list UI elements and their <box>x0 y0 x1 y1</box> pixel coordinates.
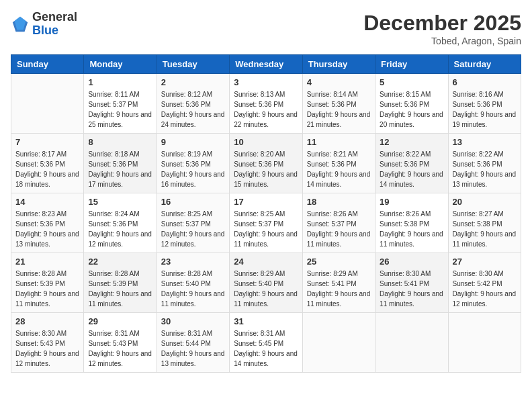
day-cell: 24Sunrise: 8:29 AMSunset: 5:40 PMDayligh… <box>230 253 302 313</box>
day-cell: 12Sunrise: 8:22 AMSunset: 5:36 PMDayligh… <box>375 134 448 193</box>
day-number: 28 <box>15 316 79 326</box>
day-cell: 2Sunrise: 8:12 AMSunset: 5:36 PMDaylight… <box>157 74 229 134</box>
day-cell: 16Sunrise: 8:25 AMSunset: 5:37 PMDayligh… <box>157 193 229 253</box>
day-cell: 7Sunrise: 8:17 AMSunset: 5:36 PMDaylight… <box>11 134 84 193</box>
day-info: Sunrise: 8:29 AMSunset: 5:41 PMDaylight:… <box>307 269 371 309</box>
logo-general-text: General <box>32 11 77 24</box>
day-number: 8 <box>88 137 152 147</box>
logo: General Blue <box>11 11 77 38</box>
col-header-wednesday: Wednesday <box>230 55 302 74</box>
day-number: 11 <box>307 137 371 147</box>
day-number: 1 <box>88 77 152 87</box>
day-cell <box>11 74 84 134</box>
day-cell: 23Sunrise: 8:28 AMSunset: 5:40 PMDayligh… <box>157 253 229 313</box>
day-number: 16 <box>161 197 225 207</box>
day-info: Sunrise: 8:31 AMSunset: 5:45 PMDaylight:… <box>234 328 298 369</box>
day-info: Sunrise: 8:27 AMSunset: 5:38 PMDaylight:… <box>453 209 517 249</box>
week-row-1: 1Sunrise: 8:11 AMSunset: 5:37 PMDaylight… <box>11 74 521 134</box>
day-number: 29 <box>88 316 152 326</box>
day-cell: 10Sunrise: 8:20 AMSunset: 5:36 PMDayligh… <box>230 134 302 193</box>
page-header: General Blue December 2025 Tobed, Aragon… <box>11 11 521 46</box>
day-info: Sunrise: 8:17 AMSunset: 5:36 PMDaylight:… <box>15 149 79 189</box>
day-number: 2 <box>161 77 225 87</box>
day-info: Sunrise: 8:26 AMSunset: 5:38 PMDaylight:… <box>380 209 443 249</box>
col-header-monday: Monday <box>84 55 157 74</box>
day-cell: 25Sunrise: 8:29 AMSunset: 5:41 PMDayligh… <box>302 253 375 313</box>
day-info: Sunrise: 8:26 AMSunset: 5:37 PMDaylight:… <box>307 209 371 249</box>
day-info: Sunrise: 8:20 AMSunset: 5:36 PMDaylight:… <box>234 149 298 189</box>
day-cell: 4Sunrise: 8:14 AMSunset: 5:36 PMDaylight… <box>302 74 375 134</box>
day-cell: 18Sunrise: 8:26 AMSunset: 5:37 PMDayligh… <box>302 193 375 253</box>
day-info: Sunrise: 8:15 AMSunset: 5:36 PMDaylight:… <box>380 89 443 130</box>
day-cell: 20Sunrise: 8:27 AMSunset: 5:38 PMDayligh… <box>448 193 521 253</box>
day-info: Sunrise: 8:14 AMSunset: 5:36 PMDaylight:… <box>307 89 371 130</box>
day-number: 27 <box>453 257 517 267</box>
col-header-thursday: Thursday <box>302 55 375 74</box>
day-cell <box>302 313 375 373</box>
day-info: Sunrise: 8:18 AMSunset: 5:36 PMDaylight:… <box>88 149 152 189</box>
week-row-4: 21Sunrise: 8:28 AMSunset: 5:39 PMDayligh… <box>11 253 521 313</box>
day-number: 6 <box>453 77 517 87</box>
calendar-table: SundayMondayTuesdayWednesdayThursdayFrid… <box>11 54 521 373</box>
day-number: 17 <box>234 197 298 207</box>
col-header-saturday: Saturday <box>448 55 521 74</box>
day-number: 9 <box>161 137 225 147</box>
day-cell: 6Sunrise: 8:16 AMSunset: 5:36 PMDaylight… <box>448 74 521 134</box>
day-cell <box>375 313 448 373</box>
day-cell: 1Sunrise: 8:11 AMSunset: 5:37 PMDaylight… <box>84 74 157 134</box>
day-cell: 9Sunrise: 8:19 AMSunset: 5:36 PMDaylight… <box>157 134 229 193</box>
day-number: 7 <box>15 137 79 147</box>
day-info: Sunrise: 8:25 AMSunset: 5:37 PMDaylight:… <box>234 209 298 249</box>
week-row-3: 14Sunrise: 8:23 AMSunset: 5:36 PMDayligh… <box>11 193 521 253</box>
logo-blue-text: Blue <box>32 24 77 38</box>
day-number: 15 <box>88 197 152 207</box>
day-number: 19 <box>380 197 443 207</box>
day-cell: 29Sunrise: 8:31 AMSunset: 5:43 PMDayligh… <box>84 313 157 373</box>
day-info: Sunrise: 8:16 AMSunset: 5:36 PMDaylight:… <box>453 89 517 130</box>
day-number: 5 <box>380 77 443 87</box>
day-cell: 27Sunrise: 8:30 AMSunset: 5:42 PMDayligh… <box>448 253 521 313</box>
day-number: 10 <box>234 137 298 147</box>
day-number: 25 <box>307 257 371 267</box>
calendar-header-row: SundayMondayTuesdayWednesdayThursdayFrid… <box>11 55 521 74</box>
day-info: Sunrise: 8:21 AMSunset: 5:36 PMDaylight:… <box>307 149 371 189</box>
day-info: Sunrise: 8:30 AMSunset: 5:41 PMDaylight:… <box>380 269 443 309</box>
col-header-friday: Friday <box>375 55 448 74</box>
day-cell: 15Sunrise: 8:24 AMSunset: 5:36 PMDayligh… <box>84 193 157 253</box>
logo-text: General Blue <box>32 11 77 38</box>
day-number: 12 <box>380 137 443 147</box>
day-cell: 28Sunrise: 8:30 AMSunset: 5:43 PMDayligh… <box>11 313 84 373</box>
day-cell: 19Sunrise: 8:26 AMSunset: 5:38 PMDayligh… <box>375 193 448 253</box>
day-number: 21 <box>15 257 79 267</box>
day-cell <box>448 313 521 373</box>
day-number: 13 <box>453 137 517 147</box>
day-cell: 21Sunrise: 8:28 AMSunset: 5:39 PMDayligh… <box>11 253 84 313</box>
day-cell: 3Sunrise: 8:13 AMSunset: 5:36 PMDaylight… <box>230 74 302 134</box>
day-cell: 5Sunrise: 8:15 AMSunset: 5:36 PMDaylight… <box>375 74 448 134</box>
day-number: 14 <box>15 197 79 207</box>
week-row-2: 7Sunrise: 8:17 AMSunset: 5:36 PMDaylight… <box>11 134 521 193</box>
day-cell: 22Sunrise: 8:28 AMSunset: 5:39 PMDayligh… <box>84 253 157 313</box>
day-number: 30 <box>161 316 225 326</box>
day-cell: 11Sunrise: 8:21 AMSunset: 5:36 PMDayligh… <box>302 134 375 193</box>
month-title: December 2025 <box>363 11 521 36</box>
day-info: Sunrise: 8:31 AMSunset: 5:44 PMDaylight:… <box>161 328 225 369</box>
day-cell: 30Sunrise: 8:31 AMSunset: 5:44 PMDayligh… <box>157 313 229 373</box>
day-cell: 8Sunrise: 8:18 AMSunset: 5:36 PMDaylight… <box>84 134 157 193</box>
location: Tobed, Aragon, Spain <box>363 36 521 46</box>
day-info: Sunrise: 8:28 AMSunset: 5:40 PMDaylight:… <box>161 269 225 309</box>
day-cell: 14Sunrise: 8:23 AMSunset: 5:36 PMDayligh… <box>11 193 84 253</box>
day-info: Sunrise: 8:24 AMSunset: 5:36 PMDaylight:… <box>88 209 152 249</box>
title-block: December 2025 Tobed, Aragon, Spain <box>363 11 521 46</box>
day-info: Sunrise: 8:13 AMSunset: 5:36 PMDaylight:… <box>234 89 298 130</box>
day-info: Sunrise: 8:23 AMSunset: 5:36 PMDaylight:… <box>15 209 79 249</box>
day-info: Sunrise: 8:19 AMSunset: 5:36 PMDaylight:… <box>161 149 225 189</box>
col-header-sunday: Sunday <box>11 55 84 74</box>
week-row-5: 28Sunrise: 8:30 AMSunset: 5:43 PMDayligh… <box>11 313 521 373</box>
day-info: Sunrise: 8:12 AMSunset: 5:36 PMDaylight:… <box>161 89 225 130</box>
day-number: 24 <box>234 257 298 267</box>
day-info: Sunrise: 8:30 AMSunset: 5:42 PMDaylight:… <box>453 269 517 309</box>
day-number: 18 <box>307 197 371 207</box>
day-cell: 26Sunrise: 8:30 AMSunset: 5:41 PMDayligh… <box>375 253 448 313</box>
day-info: Sunrise: 8:22 AMSunset: 5:36 PMDaylight:… <box>380 149 443 189</box>
